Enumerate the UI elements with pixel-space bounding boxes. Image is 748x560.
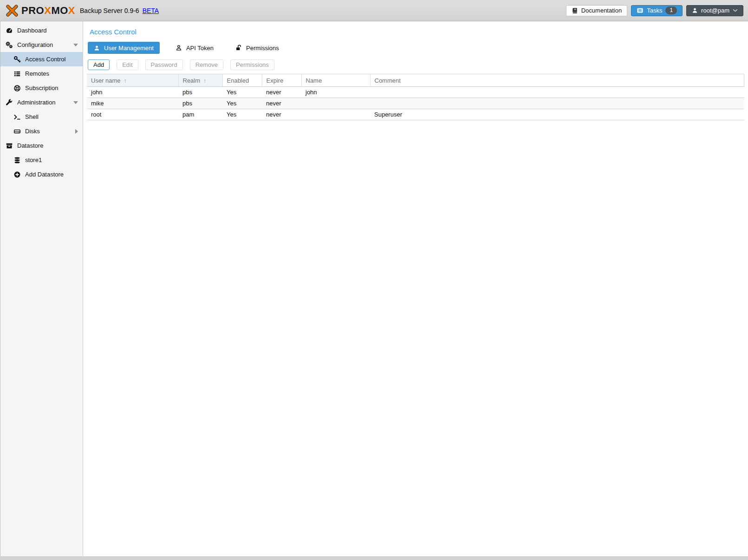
- proxmox-logo-text: PROXMOX: [21, 6, 75, 16]
- header-actions: Documentation Tasks 1 root@pam: [566, 5, 743, 16]
- chevron-down-icon: [733, 9, 738, 12]
- sidebar-item-label: Dashboard: [17, 27, 47, 34]
- tab-permissions[interactable]: Permissions: [229, 42, 285, 54]
- key-icon: [13, 56, 21, 63]
- cell-username: root: [87, 109, 178, 120]
- cell-expire: never: [262, 87, 301, 98]
- tasks-button[interactable]: Tasks 1: [631, 5, 683, 16]
- terminal-icon: [13, 113, 21, 121]
- sort-asc-icon: ↑: [203, 78, 206, 84]
- user-menu-button[interactable]: root@pam: [686, 5, 743, 16]
- sidebar-item-dashboard[interactable]: Dashboard: [0, 23, 83, 38]
- permissions-button: Permissions: [230, 59, 274, 70]
- sidebar-item-label: Administration: [17, 99, 55, 106]
- tasks-label: Tasks: [647, 7, 662, 14]
- sidebar-item-administration[interactable]: Administration: [0, 95, 83, 110]
- dashboard-icon: [5, 27, 13, 34]
- sidebar-item-label: store1: [25, 156, 42, 163]
- cell-enabled: Yes: [222, 98, 262, 109]
- chevron-down-icon: [73, 44, 78, 46]
- cell-comment: Superuser: [370, 109, 744, 120]
- cell-name: [301, 109, 370, 120]
- documentation-button[interactable]: Documentation: [566, 5, 627, 16]
- add-button[interactable]: Add: [88, 59, 110, 70]
- column-header-comment[interactable]: Comment: [370, 74, 744, 87]
- tasks-icon: [637, 7, 644, 14]
- table-row[interactable]: root pam Yes never Superuser: [87, 109, 744, 120]
- remove-button: Remove: [190, 59, 223, 70]
- tab-bar: User Management API Token Permissions: [88, 42, 744, 54]
- user-icon: [94, 45, 100, 51]
- sidebar-item-store1[interactable]: store1: [0, 153, 83, 167]
- sort-asc-icon: ↑: [124, 78, 127, 84]
- users-table: User name↑ Realm↑ Enabled Expire Name Co…: [87, 74, 744, 120]
- sidebar-item-add-datastore[interactable]: Add Datastore: [0, 167, 83, 182]
- sidebar-item-shell[interactable]: Shell: [0, 110, 83, 124]
- cell-comment: [370, 98, 744, 109]
- cell-expire: never: [262, 98, 301, 109]
- tab-user-management[interactable]: User Management: [88, 42, 160, 54]
- wrench-icon: [5, 99, 13, 106]
- cell-comment: [370, 87, 744, 98]
- product-name: Backup Server 0.9-6: [80, 7, 139, 14]
- column-header-name[interactable]: Name: [301, 74, 370, 87]
- cell-name: john: [301, 87, 370, 98]
- sidebar-item-label: Configuration: [17, 41, 53, 48]
- column-header-enabled[interactable]: Enabled: [222, 74, 262, 87]
- chevron-right-icon: [75, 129, 78, 134]
- cell-expire: never: [262, 109, 301, 120]
- grid-toolbar: Add Edit Password Remove Permissions: [88, 59, 744, 70]
- sidebar-item-label: Disks: [25, 128, 40, 135]
- user-menu-label: root@pam: [701, 7, 729, 14]
- beta-link[interactable]: BETA: [143, 7, 159, 14]
- sidebar-item-datastore[interactable]: Datastore: [0, 138, 83, 153]
- sidebar-item-label: Datastore: [17, 142, 43, 149]
- column-header-username[interactable]: User name↑: [87, 74, 178, 87]
- content-panel: Access Control User Management API Token: [83, 21, 748, 556]
- user-icon: [692, 7, 698, 13]
- column-header-realm[interactable]: Realm↑: [178, 74, 222, 87]
- tasks-count-badge: 1: [665, 7, 677, 14]
- sidebar-item-label: Add Datastore: [25, 171, 64, 178]
- archive-icon: [5, 142, 13, 150]
- main-area: Dashboard Configuration Access Control: [0, 21, 748, 556]
- support-icon: [13, 85, 21, 92]
- sidebar-item-disks[interactable]: Disks: [0, 124, 83, 138]
- tab-label: API Token: [186, 45, 214, 52]
- list-icon: [13, 70, 21, 78]
- cell-realm: pbs: [178, 98, 222, 109]
- sidebar-item-access-control[interactable]: Access Control: [0, 52, 83, 66]
- tab-label: User Management: [104, 45, 154, 52]
- cell-username: mike: [87, 98, 178, 109]
- book-icon: [572, 7, 578, 14]
- sidebar-item-configuration[interactable]: Configuration: [0, 38, 83, 52]
- chevron-down-icon: [73, 101, 78, 104]
- column-header-expire[interactable]: Expire: [262, 74, 301, 87]
- gears-icon: [5, 41, 13, 49]
- table-row[interactable]: mike pbs Yes never: [87, 98, 744, 109]
- user-outline-icon: [176, 45, 182, 51]
- tab-api-token[interactable]: API Token: [169, 42, 220, 54]
- cell-realm: pam: [178, 109, 222, 120]
- app-root: PROXMOX Backup Server 0.9-6 BETA Documen…: [0, 0, 748, 556]
- table-header-row: User name↑ Realm↑ Enabled Expire Name Co…: [87, 74, 744, 87]
- proxmox-brand: PROXMOX Backup Server 0.9-6 BETA: [5, 3, 159, 18]
- plus-circle-icon: [13, 171, 21, 178]
- database-icon: [13, 156, 21, 164]
- page-title: Access Control: [90, 28, 744, 36]
- sidebar-item-label: Shell: [25, 113, 39, 120]
- edit-button: Edit: [117, 59, 138, 70]
- cell-username: john: [87, 87, 178, 98]
- top-header: PROXMOX Backup Server 0.9-6 BETA Documen…: [0, 0, 748, 21]
- sidebar-item-subscription[interactable]: Subscription: [0, 81, 83, 95]
- tab-label: Permissions: [246, 45, 279, 52]
- table-row[interactable]: john pbs Yes never john: [87, 87, 744, 98]
- sidebar-item-label: Subscription: [25, 85, 59, 91]
- sidebar-item-remotes[interactable]: Remotes: [0, 66, 83, 81]
- cell-enabled: Yes: [222, 87, 262, 98]
- sidebar-item-label: Remotes: [25, 70, 49, 77]
- sidebar-item-label: Access Control: [25, 56, 65, 63]
- password-button: Password: [145, 59, 183, 70]
- cell-enabled: Yes: [222, 109, 262, 120]
- proxmox-logo-icon: [5, 3, 20, 18]
